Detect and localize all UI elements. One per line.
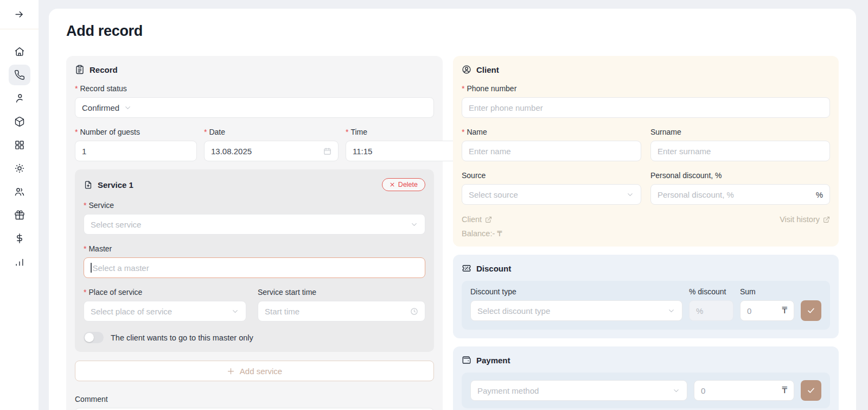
date-label: * Date — [204, 128, 339, 136]
discount-type-select[interactable]: Select discount type — [470, 300, 682, 321]
discount-section-title: Discount — [476, 264, 511, 273]
comment-label: Comment — [75, 395, 434, 403]
grid-icon — [14, 140, 25, 150]
sidebar-item-loyalty[interactable] — [9, 205, 30, 225]
delete-service-button[interactable]: Delete — [382, 178, 425, 191]
sidebar-item-staff[interactable] — [9, 181, 30, 202]
check-icon — [807, 306, 815, 315]
sidebar-item-home[interactable] — [9, 41, 30, 62]
phone-number-input[interactable] — [469, 103, 823, 112]
service-title: Service 1 — [98, 180, 133, 190]
discount-percent-input — [696, 306, 726, 316]
calendar-icon — [323, 147, 331, 155]
name-input-wrap — [462, 141, 641, 161]
master-only-toggle[interactable] — [84, 332, 104, 343]
required-marker: * — [204, 128, 207, 136]
guests-input[interactable] — [82, 147, 190, 156]
sidebar-nav — [0, 29, 39, 272]
surname-input[interactable] — [658, 147, 823, 156]
payment-section-title: Payment — [476, 356, 510, 365]
personal-discount-input-wrap: % — [650, 184, 830, 205]
visit-history-link[interactable]: Visit history — [780, 215, 830, 224]
sidebar-item-products[interactable] — [9, 111, 30, 132]
surname-label: Surname — [650, 128, 830, 136]
add-service-button[interactable]: Add service — [75, 361, 434, 381]
required-marker: * — [75, 84, 78, 93]
payment-amount-input-wrap: 0 ₸ — [694, 380, 794, 401]
chevron-down-icon — [672, 387, 680, 395]
discount-type-label: Discount type — [470, 287, 682, 296]
sidebar-expand-button[interactable] — [9, 4, 30, 25]
discount-sum-value[interactable]: 0 — [747, 306, 777, 316]
tenge-suffix: ₸ — [782, 386, 787, 395]
sidebar-item-finance[interactable] — [9, 228, 30, 249]
service-start-time-label: Service start time — [258, 288, 425, 297]
client-section-title: Client — [476, 65, 499, 74]
personal-discount-input[interactable] — [658, 190, 812, 199]
time-input[interactable] — [353, 147, 461, 156]
phone-number-input-wrap — [462, 97, 830, 118]
payment-inner-panel: Payment method 0 ₸ — [462, 373, 830, 408]
record-section: Record * Record status Confirmed — [66, 56, 443, 410]
page-title: Add record — [66, 23, 839, 40]
chevron-down-icon — [231, 307, 239, 316]
name-input[interactable] — [469, 147, 634, 156]
master-input-wrap — [84, 257, 425, 278]
payment-amount-value[interactable]: 0 — [701, 386, 777, 395]
clipboard-icon — [75, 65, 85, 74]
sidebar-item-clients[interactable] — [9, 88, 30, 109]
chevron-down-icon — [124, 104, 132, 112]
master-input[interactable] — [93, 263, 419, 273]
required-marker: * — [462, 128, 464, 136]
external-link-icon — [823, 216, 830, 223]
service-select[interactable]: Select service — [84, 214, 425, 235]
arrow-right-icon — [14, 9, 24, 20]
date-input[interactable] — [211, 147, 319, 156]
text-cursor — [91, 263, 92, 273]
name-label: * Name — [462, 128, 641, 136]
right-column: Client * Phone number — [453, 56, 839, 410]
surname-input-wrap — [650, 141, 830, 161]
bar-chart-icon — [14, 256, 25, 267]
place-of-service-label: * Place of service — [84, 288, 246, 297]
record-status-select[interactable]: Confirmed — [75, 97, 434, 118]
user-icon — [14, 93, 25, 104]
guests-input-wrap — [75, 141, 197, 161]
discount-sum-label: Sum — [740, 287, 794, 296]
x-icon — [390, 182, 395, 187]
package-icon — [14, 116, 25, 127]
sidebar-item-records[interactable] — [9, 65, 30, 85]
client-section: Client * Phone number — [453, 56, 839, 247]
phone-icon — [14, 70, 25, 80]
required-marker: * — [346, 128, 348, 136]
sidebar-item-apps[interactable] — [9, 135, 30, 155]
phone-number-label: * Phone number — [462, 84, 830, 93]
required-marker: * — [462, 84, 464, 93]
apply-payment-button[interactable] — [801, 380, 821, 401]
place-of-service-select[interactable]: Select place of service — [84, 301, 246, 321]
sidebar-item-analytics[interactable] — [9, 251, 30, 272]
gift-icon — [14, 210, 25, 220]
guests-label: * Number of guests — [75, 128, 197, 136]
tenge-suffix: ₸ — [782, 306, 787, 316]
sidebar-item-settings[interactable] — [9, 158, 30, 179]
home-icon — [14, 46, 25, 57]
service-start-time-input[interactable] — [265, 307, 406, 316]
main-content: Add record Record * Record status Conf — [39, 0, 868, 410]
source-label: Source — [462, 171, 641, 180]
source-select[interactable]: Select source — [462, 184, 641, 205]
file-plus-icon — [84, 180, 93, 190]
payment-method-select[interactable]: Payment method — [470, 380, 687, 401]
required-marker: * — [84, 201, 86, 210]
required-marker: * — [75, 128, 78, 136]
required-marker: * — [84, 288, 86, 297]
external-link-icon — [485, 216, 492, 223]
apply-discount-button[interactable] — [801, 300, 821, 321]
user-circle-icon — [462, 65, 471, 74]
client-link[interactable]: Client — [462, 215, 492, 224]
record-status-label: * Record status — [75, 84, 434, 93]
personal-discount-label: Personal discount, % — [650, 171, 830, 180]
service-subsection: Service 1 Delete * Service — [75, 169, 434, 352]
record-section-title: Record — [90, 65, 118, 74]
discount-percent-label: % discount — [689, 287, 733, 296]
